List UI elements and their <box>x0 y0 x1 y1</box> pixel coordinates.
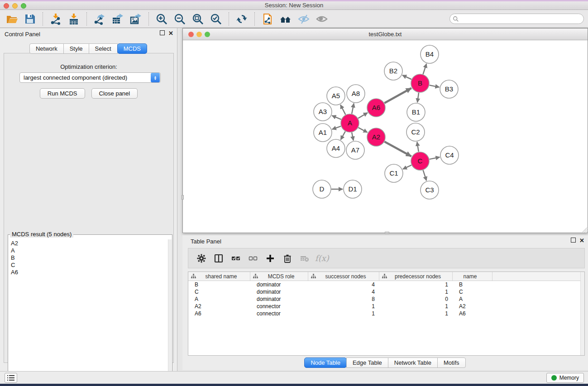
column-header-name[interactable]: name <box>453 272 492 281</box>
edge-B-B4[interactable] <box>423 64 427 74</box>
table-settings-button[interactable] <box>195 252 208 265</box>
graph-node-A5[interactable]: A5 <box>327 87 345 105</box>
edge-A-A8[interactable] <box>352 104 354 114</box>
unselect-all-columns-button[interactable] <box>246 252 260 265</box>
export-network-button[interactable] <box>91 11 109 27</box>
search-field[interactable] <box>449 14 584 24</box>
export-table-button[interactable] <box>109 11 127 27</box>
hide-details-button[interactable] <box>295 11 313 27</box>
zoom-out-button[interactable] <box>171 11 189 27</box>
graph-node-B3[interactable]: B3 <box>440 80 458 98</box>
window-resize-grip-bottom[interactable] <box>385 232 389 234</box>
delete-column-button[interactable] <box>281 252 294 265</box>
close-table-panel-icon[interactable]: ✕ <box>579 238 584 244</box>
graph-node-A6[interactable]: A6 <box>367 99 385 117</box>
task-history-button[interactable] <box>5 373 17 383</box>
table-row[interactable]: Adominator80A <box>188 295 584 303</box>
float-panel-icon[interactable] <box>160 30 165 35</box>
criterion-dropdown[interactable]: largest connected component (directed) ▲… <box>19 72 161 83</box>
search-input[interactable] <box>459 14 583 24</box>
graph-node-A4[interactable]: A4 <box>327 139 345 157</box>
function-builder-button[interactable]: f(x) <box>315 253 329 263</box>
zoom-in-button[interactable] <box>153 11 171 27</box>
graph-node-B4[interactable]: B4 <box>421 45 439 63</box>
graph-node-C[interactable]: C <box>411 152 429 170</box>
graph-node-D1[interactable]: D1 <box>344 180 362 198</box>
tab-network-table[interactable]: Network Table <box>388 357 438 368</box>
column-header-mcds-role[interactable]: MCDS role <box>250 272 308 281</box>
edge-C-C4[interactable] <box>430 157 440 159</box>
table-row[interactable]: Cdominator41C <box>188 288 584 295</box>
import-network-button[interactable] <box>47 11 65 27</box>
export-image-button[interactable] <box>127 11 145 27</box>
graph-node-B2[interactable]: B2 <box>384 62 402 80</box>
edge-A-A7[interactable] <box>352 133 354 141</box>
graph-node-B1[interactable]: B1 <box>407 103 425 121</box>
edge-A-A2[interactable] <box>359 128 368 133</box>
network-graph-canvas[interactable]: AA1A2A3A4A5A6A7A8BB1B2B3B4CC1C2C3C4DD1 <box>183 40 588 233</box>
network-window-titlebar[interactable]: testGlobe.txt <box>183 29 588 40</box>
edge-C-C1[interactable] <box>403 165 411 169</box>
node-table[interactable]: shared nameMCDS rolesuccessor nodesprede… <box>188 272 585 356</box>
memory-button[interactable]: Memory <box>546 373 584 383</box>
edge-A6-B[interactable] <box>384 88 411 103</box>
table-row[interactable]: Bdominator41B <box>188 281 584 288</box>
column-header-shared-name[interactable]: shared name <box>188 272 250 281</box>
table-row[interactable]: A2connector11A2 <box>188 303 584 310</box>
show-details-button[interactable] <box>313 11 331 27</box>
close-panel-icon[interactable]: ✕ <box>168 30 173 37</box>
graph-node-A2[interactable]: A2 <box>367 128 385 146</box>
mcds-list-scrollbar[interactable] <box>168 239 172 386</box>
column-header-successor-nodes[interactable]: successor nodes <box>308 272 379 281</box>
graph-node-D[interactable]: D <box>313 180 331 198</box>
save-session-button[interactable] <box>21 11 39 27</box>
refresh-layout-button[interactable] <box>233 11 251 27</box>
mcds-result-item[interactable]: B <box>9 254 168 261</box>
edge-B-B2[interactable] <box>402 75 411 79</box>
graph-node-A1[interactable]: A1 <box>314 124 332 142</box>
edge-A-A5[interactable] <box>340 105 345 115</box>
edge-A-A1[interactable] <box>332 126 341 129</box>
graph-node-C1[interactable]: C1 <box>385 164 403 182</box>
mcds-result-item[interactable]: A <box>9 247 168 254</box>
run-mcds-button[interactable]: Run MCDS <box>40 88 85 99</box>
mcds-result-list[interactable]: A2ABCA6 <box>9 239 168 386</box>
float-table-panel-icon[interactable] <box>571 238 576 243</box>
graph-node-C4[interactable]: C4 <box>440 146 459 164</box>
graph-node-A7[interactable]: A7 <box>346 141 364 159</box>
edge-A2-C[interactable] <box>384 142 411 156</box>
edge-B-B3[interactable] <box>430 85 440 87</box>
tab-edge-table[interactable]: Edge Table <box>346 357 388 368</box>
window-resize-grip-left[interactable] <box>182 195 184 200</box>
tab-motifs[interactable]: Motifs <box>437 357 466 368</box>
graph-node-B[interactable]: B <box>411 74 429 92</box>
tab-style[interactable]: Style <box>63 43 89 54</box>
mcds-result-item[interactable]: A2 <box>9 239 168 247</box>
import-table-button[interactable] <box>65 11 83 27</box>
tab-mcds[interactable]: MCDS <box>117 43 147 54</box>
graph-node-C3[interactable]: C3 <box>421 181 439 199</box>
zoom-selected-button[interactable] <box>207 11 225 27</box>
show-columns-button[interactable] <box>212 252 225 265</box>
select-all-columns-button[interactable] <box>229 252 243 265</box>
tab-node-table[interactable]: Node Table <box>304 357 347 368</box>
edge-A-A3[interactable] <box>332 115 341 119</box>
edge-A-A6[interactable] <box>358 113 368 118</box>
edge-C-C3[interactable] <box>423 170 427 181</box>
delete-table-button[interactable] <box>298 252 311 265</box>
create-column-button[interactable] <box>263 252 277 265</box>
mcds-result-item[interactable]: C <box>9 261 168 268</box>
tab-select[interactable]: Select <box>89 43 118 54</box>
new-network-from-selection-button[interactable] <box>258 11 277 27</box>
graph-node-A8[interactable]: A8 <box>347 85 365 103</box>
open-file-button[interactable] <box>3 11 21 27</box>
graph-node-A3[interactable]: A3 <box>314 103 332 121</box>
first-neighbors-button[interactable] <box>277 11 295 27</box>
graph-node-C2[interactable]: C2 <box>406 123 425 141</box>
tab-network[interactable]: Network <box>29 43 64 54</box>
zoom-fit-button[interactable] <box>189 11 207 27</box>
close-panel-button[interactable]: Close panel <box>91 88 138 99</box>
mcds-result-item[interactable]: A6 <box>9 268 168 276</box>
table-scrollbar[interactable] <box>580 272 584 355</box>
graph-node-A[interactable]: A <box>341 114 359 132</box>
